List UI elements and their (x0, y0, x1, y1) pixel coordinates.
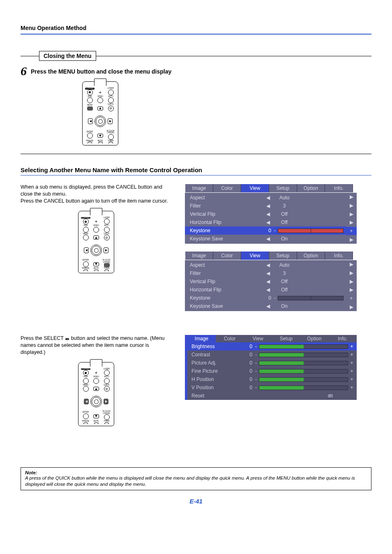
dpad (88, 113, 113, 129)
osd-tab-view: View (241, 252, 269, 260)
osd-label: Brightness (191, 344, 245, 349)
osd-row-aspect: Aspect◀Auto (185, 194, 346, 202)
osd-label: Aspect (190, 262, 264, 268)
laser-button (108, 90, 114, 95)
osd-tab-view: View (241, 184, 269, 192)
two-column-block-1: When a sub menu is displayed, press the … (21, 184, 371, 319)
arrow-right-icon: ▶ (346, 235, 357, 244)
remote-illustration-1: STANDBY LASER RGB VIDEO AUTO MENU QUICK … (82, 81, 371, 145)
osd-label: Vertical Flip (190, 211, 264, 217)
osd-row-h-position: H Position0-+ (187, 375, 357, 383)
step-instruction: Press the MENU button and close the menu… (31, 65, 171, 75)
osd-menu-3: ImageColorViewSetupOptionInfo. Brightnes… (185, 335, 357, 400)
osd-tab-option: Option (300, 335, 329, 342)
osd-tab-image: Image (187, 335, 216, 342)
osd-label: Filter (190, 203, 264, 209)
osd-row-picture-adj-: Picture Adj.0-+ (187, 359, 357, 367)
osd-tab-setup: Setup (269, 184, 297, 192)
osd-row-fine-picture: Fine Picture0-+ (187, 367, 357, 375)
arrow-right-icon: ▶ (346, 218, 357, 227)
note-heading: Note: (25, 470, 367, 475)
osd-label: Keystone Save (190, 236, 264, 242)
osd-label: Horizontal Flip (190, 287, 264, 293)
osd-label: Filter (190, 270, 264, 276)
osd-tab-image: Image (185, 184, 213, 192)
standby-button (87, 90, 93, 95)
osd-label: Keystone (190, 228, 264, 233)
osd-row-aspect: Aspect◀Auto (185, 261, 346, 269)
osd-label: H Position (191, 376, 245, 382)
note-text: A press of the QUICK button while the me… (25, 475, 367, 487)
osd-row-brightness: Brightness0-+ (187, 342, 357, 351)
osd-tab-option: Option (297, 184, 325, 192)
section-closing-menu: Closing the Menu (21, 51, 371, 61)
osd-label: V Position (191, 385, 245, 390)
note-box: Note: A press of the QUICK button while … (21, 467, 371, 490)
lead-line (21, 56, 39, 56)
remote-illustration-3: STANDBY LASER RGB VIDEO AUTO MENU QUICK (78, 362, 173, 426)
enter-icon: ↵ (327, 393, 334, 398)
osd-row-horizontal-flip: Horizontal Flip◀Off (185, 218, 346, 226)
step-number: 6 (21, 65, 27, 77)
trail-line (96, 56, 371, 56)
video-button (97, 97, 103, 103)
osd-tab-info: Info. (325, 252, 353, 260)
osd-menu-2: ImageColorViewSetupOptionInfo. Aspect◀Au… (185, 251, 357, 311)
quick-button (108, 106, 114, 111)
osd-row-keystone: Keystone0- (185, 294, 346, 302)
osd-tab-color: Color (213, 184, 241, 192)
para-cancel-1: When a sub menu is displayed, press the … (21, 184, 173, 198)
page-header-title: Menu Operation Method (21, 25, 371, 31)
osd-row-v-position: V Position0-+ (187, 383, 357, 392)
osd-label: Vertical Flip (190, 279, 264, 284)
osd-row-vertical-flip: Vertical Flip◀Off (185, 210, 346, 218)
osd-tab-option: Option (297, 252, 325, 260)
osd-row-keystone-save: Keystone Save◀On (185, 235, 346, 243)
osd-tab-color: Color (216, 335, 244, 342)
osd-label: Reset (191, 393, 245, 399)
section-rule (21, 154, 371, 154)
up-button (97, 106, 103, 111)
osd-tab-info: Info. (328, 335, 357, 342)
osd-row-filter: Filter◀3 (185, 269, 346, 277)
plus-icon: + (346, 227, 357, 235)
osd-label: Horizontal Flip (190, 219, 264, 225)
osd-row-keystone-save: Keystone Save◀On (185, 302, 346, 310)
para-select: Press the SELECT button and select the m… (21, 335, 173, 356)
remote-illustration-2: STANDBY LASER RGB VIDEO AUTO MENU QUICK (78, 211, 173, 273)
osd-row-contrast: Contrast0-+ (187, 351, 357, 359)
header-rule (21, 34, 371, 35)
para-cancel-2: Press the CANCEL button again to turn of… (21, 198, 173, 205)
enter-button (87, 133, 93, 138)
menu-button (87, 106, 93, 111)
down-button (97, 134, 103, 138)
osd-row-keystone: Keystone0- (185, 226, 346, 235)
selecting-heading: Selecting Another Menu Name with Remote … (21, 166, 371, 173)
osd-tab-setup: Setup (269, 252, 297, 260)
closing-menu-title: Closing the Menu (39, 51, 96, 61)
osd-label: Keystone Save (190, 303, 264, 309)
cancel-button (108, 134, 114, 140)
osd-label: Contrast (191, 352, 245, 358)
arrow-right-icon: ▶ (346, 286, 357, 294)
two-column-block-2: Press the SELECT button and select the m… (21, 335, 371, 426)
rgb-button (87, 97, 93, 103)
osd-row-reset: Reset↵ (187, 392, 357, 400)
osd-label: Picture Adj. (191, 360, 245, 366)
arrow-right-icon: ▶ (346, 201, 357, 210)
osd-tab-image: Image (185, 252, 213, 260)
osd-row-vertical-flip: Vertical Flip◀Off (185, 277, 346, 286)
arrow-right-icon: ▶ (346, 260, 357, 269)
plus-icon: + (346, 294, 357, 303)
osd-menu-1: ImageColorViewSetupOptionInfo. Aspect◀Au… (185, 184, 357, 244)
osd-tab-view: View (244, 335, 272, 342)
arrow-right-icon: ▶ (346, 193, 357, 201)
arrow-right-icon: ▶ (346, 210, 357, 218)
osd-tab-color: Color (213, 252, 241, 260)
sub-rule (21, 175, 371, 175)
osd-row-horizontal-flip: Horizontal Flip◀Off (185, 286, 346, 294)
osd-label: Keystone (190, 295, 264, 301)
left-right-arrows-icon (65, 338, 69, 340)
arrow-right-icon: ▶ (346, 277, 357, 286)
osd-label: Aspect (190, 195, 264, 201)
